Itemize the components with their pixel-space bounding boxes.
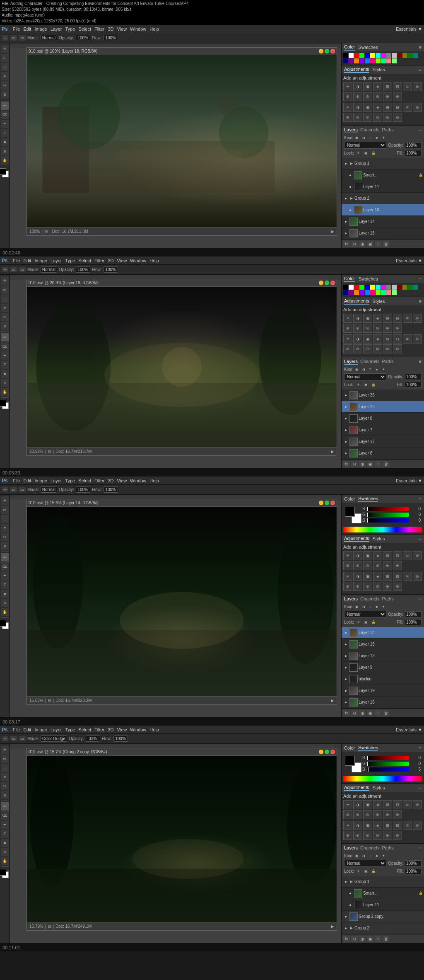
lock-image-icon[interactable]: ▣ [363,382,369,388]
shape-tool[interactable]: ■ [1,590,9,598]
color-swatch[interactable] [354,290,359,295]
layer-item[interactable]: ● Layer 9 [342,662,424,673]
tool-shape[interactable]: ▭ [19,736,26,741]
maximize-button[interactable]: + [325,281,329,285]
lock-position-icon[interactable]: ✛ [356,869,361,874]
adjustment-icon[interactable]: ◑ [353,800,362,809]
menu-item-filter[interactable]: Filter [94,258,104,263]
lock-all-icon[interactable]: 🔒 [371,382,376,388]
foreground-color[interactable] [0,168,6,175]
lock-position-icon[interactable]: ✛ [356,382,361,388]
adjustment-icon[interactable]: ⊙ [363,582,372,591]
adjustment-icon[interactable]: ⊕ [343,324,352,333]
layer-visibility-toggle[interactable]: ● [343,925,349,931]
shape-tool[interactable]: ■ [1,370,9,378]
opacity-input[interactable] [405,860,422,866]
lock-image-icon[interactable]: ▣ [363,619,369,625]
layer-visibility-toggle[interactable]: ● [343,450,349,456]
adjustment-icon[interactable]: ⊗ [353,324,362,333]
adjustment-icon[interactable]: ▣ [363,572,372,581]
tool-size[interactable]: ▭ [10,487,17,492]
adjustment-icon[interactable]: ⊟ [393,103,402,112]
adjustment-icon[interactable]: ◈ [373,314,382,323]
nav-button[interactable]: ▶ [331,698,334,703]
adjustment-icon[interactable]: ⊚ [373,92,382,101]
move-tool[interactable]: ✛ [1,496,9,505]
type-tool[interactable]: T [1,581,9,589]
adjustment-icon[interactable]: ☀ [343,82,352,91]
color-swatch[interactable] [370,285,375,290]
group-expand-icon[interactable]: ▶ [349,196,354,201]
filter-pixel-icon[interactable]: ▣ [354,604,360,610]
adjustment-icon[interactable]: ⊘ [413,82,422,91]
close-button[interactable]: × [330,281,335,285]
adjustment-icon[interactable]: ≋ [403,821,412,830]
adjustment-icon[interactable]: ◈ [373,821,382,830]
add-adjustment-button[interactable]: ◑ [359,241,366,247]
adjustment-icon[interactable]: ⊕ [343,810,352,819]
menu-item-help[interactable]: Help [149,27,159,31]
nav-button[interactable]: ▶ [331,449,334,454]
adjustment-icon[interactable]: ⊚ [373,810,382,819]
menu-item-layer[interactable]: Layer [51,258,62,263]
layer-item[interactable]: ● Layer 11 [342,181,424,193]
adjustment-icon[interactable]: ◈ [373,800,382,809]
hand-tool[interactable]: ✋ [1,857,9,865]
magic-wand-tool[interactable]: ✦ [1,304,9,312]
move-tool[interactable]: ✛ [1,745,9,754]
new-group-button[interactable]: ▣ [367,241,373,247]
layer-visibility-toggle[interactable]: ● [343,404,349,410]
delete-layer-button[interactable]: 🗑 [383,241,389,247]
add-mask-button[interactable]: ⊟ [351,461,358,467]
select-rect-tool[interactable]: ▭ [1,286,9,294]
adjustment-icon[interactable]: ▣ [363,314,372,323]
foreground-background-colors[interactable] [0,168,10,179]
fg-color-swatch[interactable] [345,507,355,517]
menu-item-edit[interactable]: Edit [23,727,31,732]
adjustment-icon[interactable]: ⊘ [413,103,422,112]
select-rect-tool[interactable]: ▭ [1,506,9,514]
adjustment-icon[interactable]: ⊛ [383,344,392,353]
magic-wand-tool[interactable]: ✦ [1,524,9,532]
channels-tab[interactable]: Channels [360,359,379,365]
layer-visibility-toggle[interactable]: ● [347,890,353,896]
crop-tool[interactable]: ✂ [1,782,9,790]
adjustment-icon[interactable]: ⊜ [393,324,402,333]
filter-adjust-icon[interactable]: ◑ [361,366,366,372]
move-tool[interactable]: ✛ [1,45,9,53]
adjustments-tab[interactable]: Adjustments [344,785,369,791]
blend-mode-dropdown[interactable]: Normal [344,860,386,867]
filter-adjust-icon[interactable]: ◑ [361,853,366,859]
pen-tool[interactable]: ✒ [1,571,9,580]
menu-item-3d[interactable]: 3D [108,27,113,31]
hue-spectrum-bar[interactable] [343,527,422,532]
adjustment-icon[interactable]: ⊞ [383,82,392,91]
layer-visibility-toggle[interactable]: ● [343,879,349,885]
menu-item-image[interactable]: Image [34,727,47,732]
color-swatch[interactable] [397,285,402,290]
tool-size[interactable]: ▭ [10,35,17,41]
adjustment-icon[interactable]: ⊕ [343,831,352,840]
menu-item-image[interactable]: Image [34,27,47,31]
layer-item[interactable]: ● Layer 15 [342,639,424,650]
adjustment-icon[interactable]: ⊟ [393,821,402,830]
zoom-tool[interactable]: ⊕ [1,848,9,856]
adjustments-tab[interactable]: Adjustments [344,67,369,73]
layer-visibility-toggle[interactable]: ● [343,676,349,682]
color-swatch[interactable] [365,285,370,290]
filter-adjust-icon[interactable]: ◑ [361,604,366,610]
color-swatch[interactable] [376,53,381,58]
crop-tool[interactable]: ✂ [1,533,9,541]
adjustment-icon[interactable]: ⊙ [363,561,372,570]
menu-item-file[interactable]: File [13,27,20,31]
new-layer-button[interactable]: + [375,461,381,467]
foreground-background-colors[interactable] [0,869,10,880]
lock-position-icon[interactable]: ✛ [356,150,361,156]
adjustment-icon[interactable]: ⊛ [383,92,392,101]
panel-menu-icon[interactable]: ≡ [419,745,422,750]
color-swatch[interactable] [381,53,386,58]
color-swatch[interactable] [370,58,375,63]
color-swatch[interactable] [408,53,413,58]
styles-tab[interactable]: Styles [373,67,385,73]
adjustment-icon[interactable]: ☀ [343,821,352,830]
